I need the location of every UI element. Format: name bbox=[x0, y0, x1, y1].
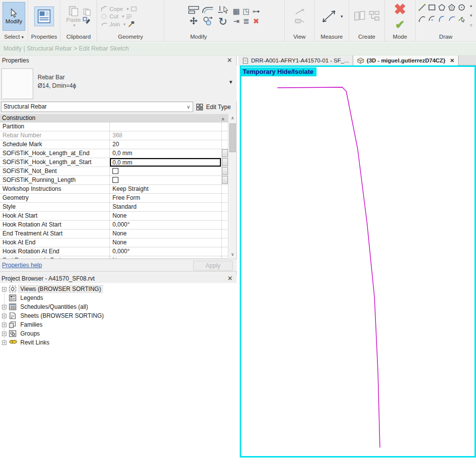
tree-expand-icon[interactable]: + bbox=[2, 287, 6, 291]
properties-help-link[interactable]: Properties help bbox=[2, 262, 42, 269]
cut-profile-icon[interactable] bbox=[131, 6, 137, 12]
scroll-up-icon[interactable]: ▴ bbox=[470, 3, 473, 8]
property-row[interactable]: SOFiSTiK_Hook_Length_at_Start0,0 mm bbox=[0, 158, 228, 167]
properties-palette-button[interactable] bbox=[34, 6, 54, 26]
property-row[interactable]: Schedule Mark20 bbox=[0, 140, 228, 149]
property-row[interactable]: SOFiSTiK_Running_Length bbox=[0, 176, 228, 185]
rebar-sketch[interactable] bbox=[238, 65, 476, 460]
property-value[interactable]: Free Form bbox=[110, 194, 222, 202]
type-selector-dropdown-icon[interactable]: ▼ bbox=[228, 79, 233, 85]
property-value[interactable]: 0,0 mm bbox=[110, 158, 222, 167]
copy-elements-icon[interactable] bbox=[203, 16, 213, 26]
scroll-down-icon[interactable]: ▾ bbox=[470, 13, 473, 18]
view-tab[interactable]: DRR-A001-AFRY1-A41570-01 - SF_... bbox=[238, 56, 353, 65]
draw-tangent-arc-icon[interactable] bbox=[438, 14, 446, 22]
property-row[interactable]: Partition bbox=[0, 122, 228, 131]
property-value[interactable] bbox=[110, 167, 222, 175]
drawing-area[interactable]: Temporary Hide/Isolate bbox=[238, 65, 476, 460]
chevron-down-icon[interactable]: ▾ bbox=[341, 14, 343, 19]
row-side-button[interactable] bbox=[222, 149, 228, 157]
join-button[interactable]: Join▾ bbox=[101, 21, 137, 27]
section-header-construction[interactable]: Construction « bbox=[0, 114, 228, 122]
rotate-icon[interactable]: ↻ bbox=[218, 16, 227, 27]
draw-fillet-arc-icon[interactable] bbox=[448, 14, 456, 22]
property-value[interactable] bbox=[110, 176, 222, 184]
property-value[interactable]: 0,0 mm bbox=[110, 149, 222, 158]
tree-item[interactable]: Legends bbox=[0, 293, 237, 302]
property-row[interactable]: End Treatment At StartNone bbox=[0, 230, 228, 238]
type-selector[interactable]: Rebar Bar Ø14, Dmin=4ϕ ▼ bbox=[0, 65, 237, 101]
category-filter-combo[interactable]: Structural Rebar ∨ bbox=[1, 102, 193, 112]
hide-elements-icon[interactable] bbox=[295, 18, 305, 24]
pin-icon[interactable]: ⊶ bbox=[253, 7, 260, 15]
property-value[interactable]: 0,000° bbox=[110, 247, 222, 256]
draw-circumscribed-polygon-icon[interactable] bbox=[448, 3, 456, 11]
property-row[interactable]: Hook Rotation At End0,000° bbox=[0, 247, 228, 256]
cut-button[interactable]: Cut▾ bbox=[101, 13, 137, 19]
row-side-button[interactable] bbox=[222, 167, 228, 175]
property-row[interactable]: Workshop InstructionsKeep Straight bbox=[0, 185, 228, 194]
copy-icon[interactable] bbox=[83, 8, 91, 16]
draw-rectangle-icon[interactable] bbox=[428, 3, 436, 11]
tree-expand-icon[interactable]: + bbox=[2, 332, 6, 336]
property-row[interactable]: Hook At EndNone bbox=[0, 238, 228, 247]
gallery-expand-icon[interactable]: ▿ bbox=[470, 23, 473, 28]
paste-button[interactable]: Paste ▾ bbox=[66, 5, 81, 28]
property-row[interactable]: Hook At StartNone bbox=[0, 212, 228, 221]
trim-extend-icon[interactable] bbox=[217, 5, 229, 14]
tree-item[interactable]: +Groups bbox=[0, 329, 237, 338]
draw-gallery-scrollbar[interactable]: ▴ ▾ ▿ bbox=[468, 2, 475, 28]
draw-arc-start-end-icon[interactable] bbox=[418, 14, 426, 22]
tree-item[interactable]: +Sheets (BROWSER SORTING) bbox=[0, 311, 237, 320]
cope-button[interactable]: Cope▾ bbox=[101, 6, 137, 12]
properties-titlebar[interactable]: Properties ✕ bbox=[0, 56, 236, 65]
array-icon[interactable]: ▦ bbox=[233, 7, 240, 15]
pick-lines-icon[interactable] bbox=[458, 14, 466, 22]
thin-lines-icon[interactable] bbox=[295, 9, 305, 15]
modify-tool-button[interactable]: Modify bbox=[2, 2, 25, 31]
property-row[interactable]: StyleStandard bbox=[0, 203, 228, 212]
apply-button[interactable]: Apply bbox=[193, 261, 233, 271]
scale-icon[interactable]: ◳ bbox=[243, 7, 250, 15]
create-group-icon[interactable] bbox=[369, 10, 380, 22]
property-row[interactable]: Rebar Number368 bbox=[0, 131, 228, 140]
tree-item[interactable]: +Views (BROWSER SORTING) bbox=[0, 285, 237, 293]
tree-item[interactable]: +Revit Links bbox=[0, 338, 237, 347]
row-side-button[interactable] bbox=[222, 176, 228, 184]
scroll-up-icon[interactable]: ∧ bbox=[228, 114, 237, 122]
properties-panel-label[interactable]: Properties bbox=[28, 34, 60, 40]
property-value[interactable]: None bbox=[110, 256, 222, 258]
tree-item[interactable]: +Families bbox=[0, 320, 237, 329]
property-value[interactable]: None bbox=[110, 230, 222, 238]
property-value[interactable]: None bbox=[110, 212, 222, 220]
finish-sketch-icon[interactable]: ✔ bbox=[395, 19, 405, 31]
move-icon[interactable] bbox=[188, 16, 199, 26]
tree-expand-icon[interactable]: + bbox=[2, 341, 6, 345]
project-browser-close-icon[interactable]: ✕ bbox=[227, 274, 233, 283]
legend-component-icon[interactable] bbox=[354, 10, 367, 22]
select-panel-label[interactable]: Select▾ bbox=[0, 34, 28, 40]
property-row[interactable]: Hook Rotation At Start0,000° bbox=[0, 221, 228, 230]
scroll-down-icon[interactable]: ∨ bbox=[228, 250, 237, 259]
property-row[interactable]: GeometryFree Form bbox=[0, 194, 228, 203]
match-type-brush-icon[interactable] bbox=[83, 17, 91, 24]
scrollbar-thumb[interactable] bbox=[229, 123, 236, 152]
property-value[interactable]: 0,000° bbox=[110, 221, 222, 229]
property-value[interactable]: 368 bbox=[110, 131, 222, 140]
draw-inscribed-polygon-icon[interactable] bbox=[438, 3, 446, 11]
delete-icon[interactable]: ✖ bbox=[253, 17, 260, 25]
tree-item[interactable]: +Schedules/Quantities (all) bbox=[0, 302, 237, 311]
property-value[interactable]: Standard bbox=[110, 203, 222, 211]
tree-expand-icon[interactable]: + bbox=[2, 323, 6, 327]
split-icon[interactable]: ≣ bbox=[243, 17, 250, 25]
property-row[interactable]: SOFiSTiK_Not_Bent bbox=[0, 167, 228, 176]
cancel-sketch-icon[interactable]: ✖ bbox=[394, 2, 406, 17]
property-checkbox[interactable] bbox=[112, 168, 118, 174]
collapse-section-icon[interactable]: « bbox=[219, 117, 227, 120]
tab-close-icon[interactable]: ✕ bbox=[450, 58, 454, 64]
demolish-hammer-icon[interactable] bbox=[128, 21, 135, 27]
offset-lines-icon[interactable] bbox=[126, 13, 133, 19]
property-value[interactable] bbox=[110, 122, 222, 131]
property-value[interactable]: None bbox=[110, 238, 222, 247]
draw-line-icon[interactable] bbox=[418, 3, 426, 11]
